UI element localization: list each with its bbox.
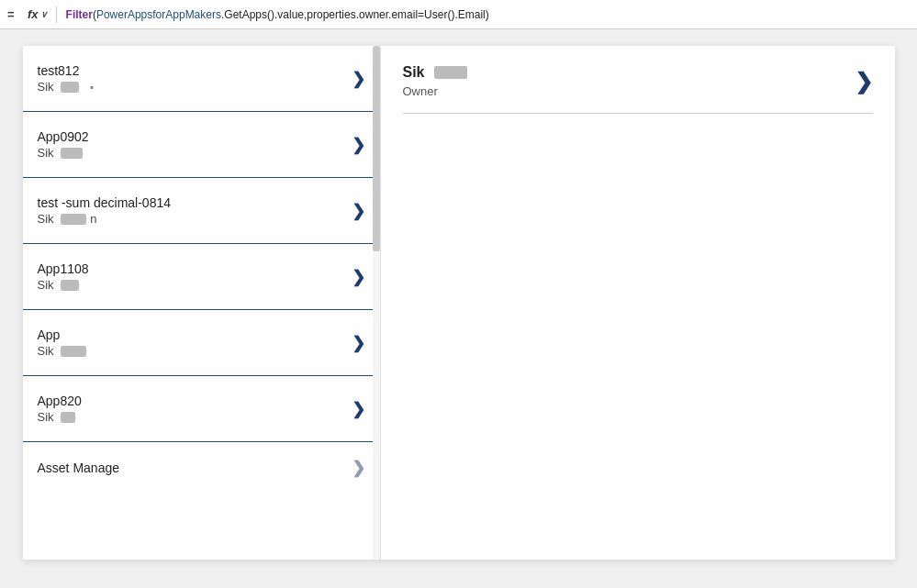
formula-equals: = — [7, 7, 22, 21]
list-item-content: App1108 Sik — [38, 261, 89, 292]
left-panel: test812 Sik ▪ ❯ App0902 Sik — [23, 46, 381, 560]
list-item-content: test -sum decimal-0814 Sik n — [38, 195, 172, 226]
formula-divider — [56, 6, 57, 23]
list-item[interactable]: test -sum decimal-0814 Sik n ❯ — [23, 178, 380, 244]
detail-header: Sik Owner ❯ — [403, 64, 873, 114]
chevron-right-icon: ❯ — [352, 69, 365, 89]
list-item-content: App0902 Sik — [38, 129, 89, 160]
list-item-title: App1108 — [38, 261, 89, 276]
list-item[interactable]: App1108 Sik ❯ — [23, 244, 380, 310]
chevron-right-icon: ❯ — [352, 135, 365, 155]
redacted-block — [61, 280, 79, 291]
list-item-title: App — [38, 327, 87, 342]
redacted-block — [61, 214, 86, 225]
chevron-right-icon: ❯ — [352, 267, 365, 287]
list-item-title: App820 — [38, 394, 82, 408]
detail-chevron-right-icon[interactable]: ❯ — [855, 69, 873, 94]
right-panel: Sik Owner ❯ — [381, 46, 895, 560]
list-item-title: test812 — [38, 63, 95, 78]
chevron-right-icon: ❯ — [352, 333, 365, 353]
list-item-content: App820 Sik — [38, 394, 82, 424]
chevron-right-icon: ❯ — [352, 201, 365, 221]
formula-bar: = fx ∨ Filter(PowerAppsforAppMakers.GetA… — [0, 0, 917, 29]
detail-redacted — [434, 66, 467, 79]
detail-title: Sik — [403, 64, 467, 81]
list-item-subtitle: Sik — [38, 410, 82, 424]
list-item-subtitle: Sik — [38, 146, 89, 160]
list-item-title: test -sum decimal-0814 — [38, 195, 172, 210]
list-item-subtitle: Sik — [38, 344, 87, 358]
redacted-block — [61, 346, 86, 357]
chevron-right-icon: ❯ — [352, 458, 365, 478]
redacted-block — [61, 412, 75, 423]
list-item[interactable]: test812 Sik ▪ ❯ — [23, 46, 380, 112]
scrollbar-track[interactable] — [373, 46, 380, 560]
list-item-title: Asset Manage — [38, 460, 120, 475]
fx-label: fx — [28, 7, 39, 21]
list-item-subtitle: Sik — [38, 278, 89, 292]
list-item[interactable]: App0902 Sik ❯ — [23, 112, 380, 178]
redacted-block — [61, 82, 79, 93]
redacted-block — [61, 148, 83, 159]
detail-title-area: Sik Owner — [403, 64, 467, 98]
list-item-content: App Sik — [38, 327, 87, 358]
list-item-title: App0902 — [38, 129, 89, 144]
list-item-subtitle: Sik n — [38, 212, 172, 226]
list-item[interactable]: App Sik ❯ — [23, 310, 380, 376]
detail-title-text: Sik — [403, 64, 429, 81]
chevron-right-icon: ❯ — [352, 399, 365, 419]
formula-fx[interactable]: fx ∨ — [28, 7, 47, 21]
app-card: test812 Sik ▪ ❯ App0902 Sik — [23, 46, 895, 560]
list-item-subtitle: Sik ▪ — [38, 80, 95, 94]
list-item[interactable]: App820 Sik ❯ — [23, 376, 380, 442]
fx-chevron: ∨ — [40, 9, 47, 19]
main-area: test812 Sik ▪ ❯ App0902 Sik — [0, 29, 917, 588]
formula-text[interactable]: Filter(PowerAppsforAppMakers.GetApps().v… — [66, 8, 910, 21]
detail-subtitle: Owner — [403, 84, 467, 98]
scrollbar-thumb[interactable] — [373, 46, 380, 251]
list-item-content: test812 Sik ▪ — [38, 63, 95, 94]
list-item[interactable]: Asset Manage ❯ — [23, 442, 380, 490]
list-item-content: Asset Manage — [38, 460, 120, 475]
app-list[interactable]: test812 Sik ▪ ❯ App0902 Sik — [23, 46, 380, 560]
